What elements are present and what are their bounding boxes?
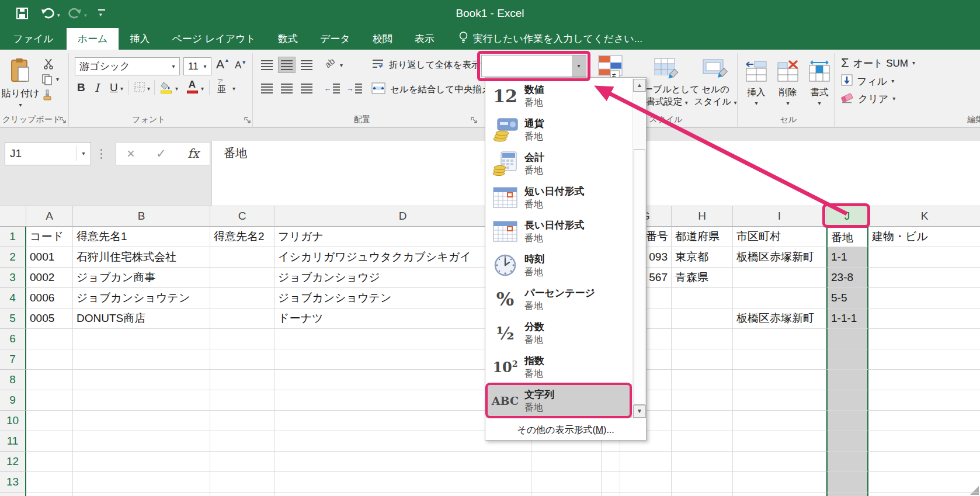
cell-C11[interactable] (210, 431, 274, 452)
align-right-button[interactable] (298, 80, 315, 96)
cell-I7[interactable] (733, 349, 826, 370)
cell-I8[interactable] (733, 370, 826, 390)
tab-formulas[interactable]: 数式 (267, 28, 309, 50)
cell-I3[interactable] (733, 268, 826, 288)
cell-I2[interactable]: 板橋区赤塚新町 (733, 247, 826, 268)
column-header-H[interactable]: H (672, 206, 733, 227)
cell-A9[interactable] (26, 390, 73, 411)
row-header-12[interactable]: 12 (0, 452, 26, 472)
row-header-9[interactable]: 9 (0, 390, 26, 411)
formula-bar-drag-dots-icon[interactable] (100, 149, 102, 159)
cell-J11[interactable] (826, 431, 868, 452)
column-header-J[interactable]: J (826, 206, 868, 227)
cell-J9[interactable] (826, 390, 868, 411)
cell-H11[interactable] (672, 431, 733, 452)
format-item-2[interactable]: 通貨番地 (486, 113, 632, 147)
column-header-C[interactable]: C (210, 206, 274, 227)
cell-D12[interactable] (274, 452, 531, 472)
cell-I14[interactable] (733, 492, 826, 496)
cell-K9[interactable] (868, 390, 980, 411)
cell-A3[interactable]: 0002 (26, 268, 73, 288)
row-header-1[interactable]: 1 (0, 227, 26, 247)
orientation-caret[interactable]: ▾ (340, 63, 343, 68)
row-header-8[interactable]: 8 (0, 370, 26, 390)
cell-C6[interactable] (210, 329, 274, 349)
cell-E14[interactable] (531, 492, 602, 496)
row-header-14[interactable]: 14 (0, 492, 26, 496)
cell-A13[interactable] (26, 472, 73, 492)
format-as-table-button[interactable]: テーブルとして 書式設定 ▾ (640, 54, 694, 112)
cell-H13[interactable] (672, 472, 733, 492)
cell-E13[interactable] (531, 472, 602, 492)
underline-button[interactable]: U (110, 81, 118, 94)
cancel-icon[interactable]: × (127, 146, 134, 162)
phonetic-guide-icon[interactable]: ア 亜 (217, 79, 226, 93)
cell-A8[interactable] (26, 370, 73, 390)
cell-A7[interactable] (26, 349, 73, 370)
cell-K2[interactable] (868, 247, 980, 268)
cell-H7[interactable] (672, 349, 733, 370)
cell-B4[interactable]: ジョブカンショウテン (73, 288, 210, 308)
cell-J10[interactable] (826, 411, 868, 431)
tab-view[interactable]: 表示 (404, 28, 446, 50)
cell-I13[interactable] (733, 472, 826, 492)
cell-styles-button[interactable]: セルの スタイル ▾ (696, 54, 735, 112)
cell-B2[interactable]: 石狩川住宅株式会社 (73, 247, 210, 268)
cell-J5[interactable]: 1-1-1 (826, 308, 868, 329)
borders-caret[interactable]: ▾ (147, 86, 150, 92)
cell-C5[interactable] (210, 308, 274, 329)
clipboard-dialog-launcher-icon[interactable] (60, 116, 67, 124)
cell-H8[interactable] (672, 370, 733, 390)
autosum-button[interactable]: Σ オート SUM ▾ (841, 56, 915, 71)
cell-A6[interactable] (26, 329, 73, 349)
cell-B8[interactable] (73, 370, 210, 390)
cell-J3[interactable]: 23-8 (826, 268, 868, 288)
row-header-5[interactable]: 5 (0, 308, 26, 329)
cell-I11[interactable] (733, 431, 826, 452)
cell-B7[interactable] (73, 349, 210, 370)
cell-J6[interactable] (826, 329, 868, 349)
phonetic-caret[interactable]: ▾ (232, 86, 235, 92)
cell-F12[interactable] (602, 452, 620, 472)
format-item-9[interactable]: 102指数番地 (486, 350, 632, 384)
tab-review[interactable]: 校閲 (362, 28, 404, 50)
cell-J2[interactable]: 1-1 (826, 247, 868, 268)
cell-F14[interactable] (602, 492, 620, 496)
font-color-icon[interactable]: A (186, 78, 199, 95)
format-item-5[interactable]: 長い日付形式番地 (486, 214, 632, 248)
tab-file[interactable]: ファイル (0, 28, 67, 50)
row-header-3[interactable]: 3 (0, 268, 26, 288)
insert-cells-button[interactable]: 挿入 ▾ (742, 54, 771, 112)
format-item-6[interactable]: 時刻番地 (486, 248, 632, 282)
cell-K10[interactable] (868, 411, 980, 431)
cell-B1[interactable]: 得意先名1 (73, 227, 210, 247)
enter-icon[interactable]: ✓ (156, 147, 166, 161)
row-header-6[interactable]: 6 (0, 329, 26, 349)
cell-J1[interactable]: 番地 (826, 227, 868, 247)
cell-C14[interactable] (210, 492, 274, 496)
cell-F13[interactable] (602, 472, 620, 492)
cell-C13[interactable] (210, 472, 274, 492)
cell-I4[interactable] (733, 288, 826, 308)
column-header-A[interactable]: A (26, 206, 73, 227)
cell-K13[interactable] (868, 472, 980, 492)
cell-H4[interactable] (672, 288, 733, 308)
row-header-4[interactable]: 4 (0, 288, 26, 308)
cell-E12[interactable] (531, 452, 602, 472)
font-color-caret[interactable]: ▾ (201, 86, 204, 92)
font-name-combo[interactable]: 游ゴシック ▾ (75, 57, 180, 75)
cell-K5[interactable] (868, 308, 980, 329)
paste-button[interactable]: 貼り付け ▾ (4, 54, 37, 112)
cell-B9[interactable] (73, 390, 210, 411)
cell-B13[interactable] (73, 472, 210, 492)
cut-icon[interactable] (41, 57, 56, 70)
cell-H6[interactable] (672, 329, 733, 349)
shrink-font-button[interactable]: A▼ (235, 60, 246, 71)
cell-K6[interactable] (868, 329, 980, 349)
cell-I12[interactable] (733, 452, 826, 472)
scrollbar-thumb[interactable] (634, 149, 645, 405)
format-item-1[interactable]: 12数値番地 (486, 79, 632, 113)
cell-G14[interactable] (620, 492, 672, 496)
cell-J7[interactable] (826, 349, 868, 370)
merge-center-button[interactable]: セルを結合して中央揃え ▾ (371, 81, 499, 98)
